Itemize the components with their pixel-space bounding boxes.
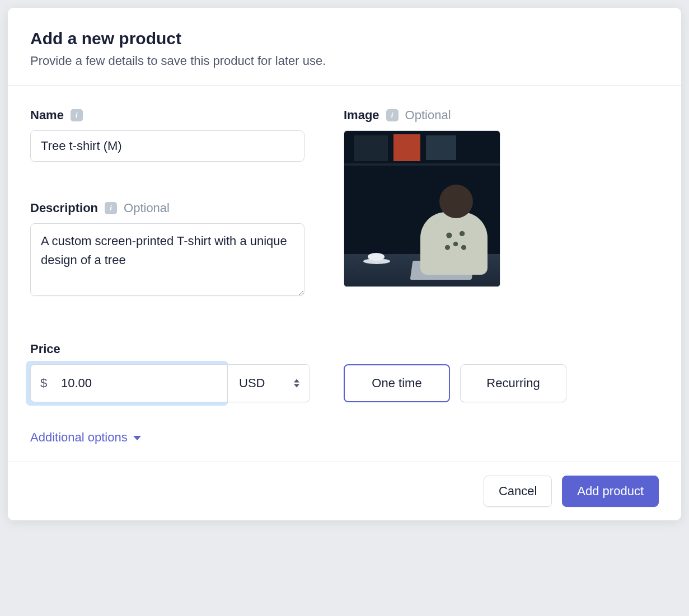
billing-recurring-button[interactable]: Recurring	[460, 364, 566, 402]
currency-symbol: $	[40, 376, 47, 391]
currency-value: USD	[239, 376, 265, 391]
modal-title: Add a new product	[30, 29, 659, 48]
add-product-button[interactable]: Add product	[562, 476, 659, 507]
info-icon[interactable]: i	[71, 109, 83, 121]
modal-subtitle: Provide a few details to save this produ…	[30, 54, 659, 68]
optional-label: Optional	[405, 108, 451, 123]
description-label: Description	[30, 201, 98, 215]
additional-options-toggle[interactable]: Additional options	[30, 430, 141, 445]
image-detail	[354, 135, 388, 161]
optional-label: Optional	[124, 201, 170, 215]
info-icon[interactable]: i	[105, 202, 117, 214]
name-input[interactable]	[30, 130, 304, 162]
currency-select[interactable]: USD	[227, 364, 310, 402]
modal-footer: Cancel Add product	[8, 462, 681, 520]
chevron-down-icon	[133, 436, 141, 440]
image-detail	[393, 134, 420, 161]
stepper-icon	[294, 379, 299, 388]
info-icon[interactable]: i	[386, 109, 399, 121]
billing-one-time-button[interactable]: One time	[344, 364, 450, 402]
description-input[interactable]	[30, 223, 304, 296]
image-label: Image	[344, 108, 379, 123]
modal-header: Add a new product Provide a few details …	[8, 8, 681, 86]
cancel-button[interactable]: Cancel	[484, 476, 552, 507]
price-label: Price	[30, 342, 60, 356]
image-detail	[426, 135, 456, 160]
image-detail	[368, 253, 385, 261]
image-detail	[439, 225, 472, 260]
billing-toggle: One time Recurring	[344, 364, 566, 402]
additional-options-label: Additional options	[30, 430, 128, 445]
add-product-modal: Add a new product Provide a few details …	[8, 8, 681, 520]
name-label: Name	[30, 108, 64, 123]
image-detail	[344, 163, 500, 166]
image-preview[interactable]	[344, 130, 500, 287]
price-input-group: $ USD	[30, 364, 310, 402]
price-amount-input[interactable]	[30, 364, 227, 402]
modal-body: Name i Description i Optional Image i	[8, 86, 681, 462]
image-detail	[439, 185, 473, 218]
